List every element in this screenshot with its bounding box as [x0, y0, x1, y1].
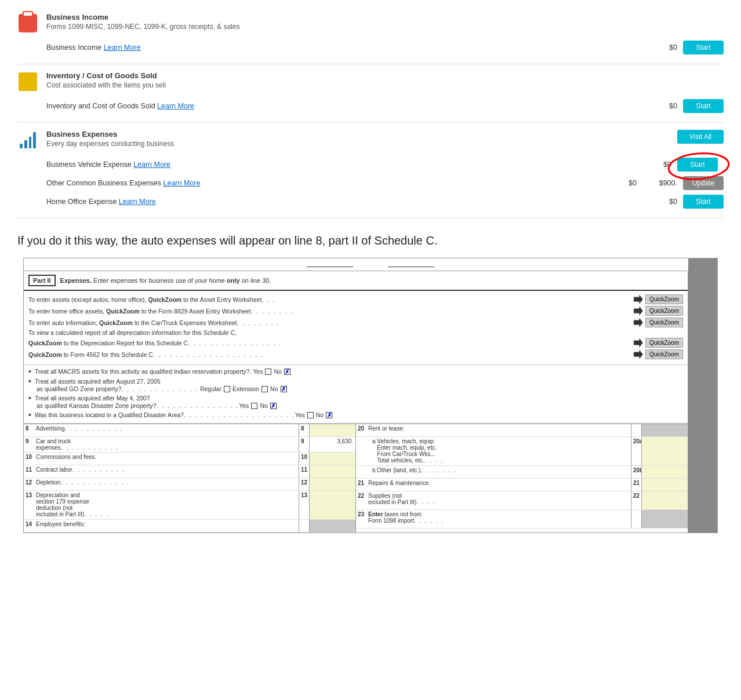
form-content-area: Part II Expenses. Enter expenses for bus…	[24, 271, 688, 533]
kansas-text-1: Treat all assets acquired after May 4, 2…	[35, 395, 150, 402]
right-col-20	[631, 424, 641, 436]
expenses-subtitle: Every day expenses conducting business	[46, 140, 669, 148]
income-line-label: Business Income Learn More	[46, 43, 625, 52]
cb-row-gozone: • Treat all assets acquired after August…	[28, 377, 683, 392]
right-value-20a[interactable]	[641, 437, 688, 465]
row-value-12[interactable]	[309, 478, 355, 490]
macrs-no-checkbox[interactable]: ✗	[284, 369, 290, 375]
grid-row-23: 23 Enter taxes not fromForm 1098 import.…	[356, 510, 688, 528]
gozone-no-label: No	[270, 385, 278, 392]
vehicle-expense-line-row: Business Vehicle Expense Learn More $0 S…	[17, 155, 724, 174]
qz-arrow-6	[634, 350, 643, 359]
row-value-9[interactable]: 3,630.	[309, 437, 355, 452]
right-value-20b[interactable]	[641, 466, 688, 478]
top-line-2	[388, 267, 434, 267]
qz-text-6: QuickZoom to Form 4562 for this Schedule…	[28, 351, 631, 358]
home-office-learn-more-link[interactable]: Learn More	[119, 198, 156, 206]
expenses-title-area: Business Expenses Every day expenses con…	[46, 130, 669, 148]
right-num-22: 22	[356, 491, 366, 509]
macrs-yes-checkbox[interactable]	[265, 369, 271, 375]
right-col-20a: 20a	[631, 437, 641, 465]
vehicle-start-button[interactable]: Start	[677, 158, 718, 172]
row-col-num-10: 10	[299, 453, 309, 465]
inventory-section: Inventory / Cost of Goods Sold Cost asso…	[17, 64, 724, 123]
qz-arrow-1	[634, 295, 643, 304]
inventory-start-button[interactable]: Start	[683, 99, 724, 113]
row-value-8[interactable]	[309, 424, 355, 436]
inventory-learn-more-link[interactable]: Learn More	[157, 102, 194, 110]
disaster-yes-checkbox[interactable]	[307, 412, 314, 418]
row-num-8: 8	[24, 424, 34, 436]
row-col-num-11: 11	[299, 465, 309, 477]
inventory-title: Inventory / Cost of Goods Sold	[46, 71, 724, 80]
gozone-no-checkbox[interactable]: ✗	[281, 386, 287, 392]
home-office-amount: $0	[631, 198, 677, 206]
qz-text-2: To enter home office assets, QuickZoom t…	[28, 308, 631, 315]
qz-btn-3[interactable]: QuickZoom	[645, 318, 683, 327]
qz-row-5: QuickZoom to the Depreciation Report for…	[28, 338, 683, 348]
inventory-title-area: Inventory / Cost of Goods Sold Cost asso…	[46, 71, 724, 89]
right-value-21[interactable]	[641, 479, 688, 491]
other-expenses-learn-more-link[interactable]: Learn More	[163, 179, 200, 187]
other-update-button[interactable]: Update	[683, 176, 724, 190]
gozone-extension-checkbox[interactable]	[261, 386, 268, 392]
part-ii-suffix: on line 30.	[242, 277, 271, 284]
row-num-11: 11	[24, 465, 34, 477]
right-label-20a: a Vehicles, mach, equip: Enter mach, equ…	[366, 437, 631, 465]
qz-btn-2[interactable]: QuickZoom	[645, 306, 683, 316]
home-office-start-button[interactable]: Start	[683, 195, 724, 209]
qz-btn-6[interactable]: QuickZoom	[645, 349, 683, 359]
right-num-21: 21	[356, 479, 366, 491]
kansas-no-label: No	[260, 402, 267, 409]
row-label-11: Contract labor. . . . . . . . . .	[34, 465, 299, 477]
cb-row-macrs: • Treat all MACRS assets for this activi…	[28, 367, 683, 375]
grid-row-20: 20 Rent or lease:	[356, 424, 688, 437]
row-col-num-13: 13	[299, 491, 309, 519]
grid-row-9: 9 Car and truckexpenses. . . . . . . . .…	[24, 437, 355, 453]
income-learn-more-link[interactable]: Learn More	[104, 43, 141, 52]
grid-row-8: 8 Advertising. . . . . . . . . . . 8	[24, 424, 355, 437]
inventory-line-label: Inventory and Cost of Goods Sold Learn M…	[46, 102, 625, 110]
grid-right: 20 Rent or lease: a Vehicles, mach, equi…	[356, 424, 688, 533]
bullet-gozone: •	[28, 377, 31, 385]
income-amount: $0	[631, 43, 677, 52]
qz-row-4: To view a calculated report of all depre…	[28, 329, 683, 336]
home-office-line-row: Home Office Expense Learn More $0 Start	[17, 192, 724, 211]
right-label-23: Enter taxes not fromForm 1098 import. . …	[366, 510, 631, 528]
row-value-10[interactable]	[309, 453, 355, 465]
grid-row-20a: a Vehicles, mach, equip: Enter mach, equ…	[356, 437, 688, 466]
row-num-9: 9	[24, 437, 34, 452]
row-num-12: 12	[24, 478, 34, 490]
kansas-yes-checkbox[interactable]	[251, 403, 257, 409]
grid-left: 8 Advertising. . . . . . . . . . . 8 9 C…	[24, 424, 356, 533]
gozone-text-1: Treat all assets acquired after August 2…	[35, 378, 161, 385]
gozone-extension-label: Extension	[233, 385, 259, 392]
business-income-section: Business Income Forms 1099-MISC, 1099-NE…	[17, 6, 724, 64]
form-top-lines	[24, 258, 717, 271]
kansas-no-checkbox[interactable]: ✗	[270, 403, 277, 409]
right-label-20: Rent or lease:	[366, 424, 631, 436]
cb-row-kansas-1: • Treat all assets acquired after May 4,…	[28, 394, 683, 402]
row-value-13[interactable]	[309, 491, 355, 519]
vehicle-learn-more-link[interactable]: Learn More	[133, 161, 170, 169]
disaster-no-label: No	[316, 411, 324, 418]
visit-all-button[interactable]: Visit All	[677, 130, 724, 144]
gozone-regular-checkbox[interactable]	[224, 386, 230, 392]
income-line-row: Business Income Learn More $0 Start	[17, 38, 724, 57]
explanation-text: If you do it this way, the auto expenses…	[17, 232, 724, 249]
income-title-area: Business Income Forms 1099-MISC, 1099-NE…	[46, 13, 724, 31]
right-num-20: 20	[356, 424, 366, 436]
right-value-23	[641, 510, 688, 528]
disaster-no-checkbox[interactable]: ✗	[326, 412, 332, 418]
qz-btn-1[interactable]: QuickZoom	[645, 294, 683, 304]
top-line-1	[307, 267, 353, 267]
income-start-button[interactable]: Start	[683, 41, 724, 54]
qz-btn-5[interactable]: QuickZoom	[645, 338, 683, 348]
right-value-22[interactable]	[641, 491, 688, 509]
row-value-11[interactable]	[309, 465, 355, 477]
right-col-22: 22	[631, 491, 641, 509]
grid-row-10: 10 Commissions and fees. 10	[24, 453, 355, 465]
kansas-text-2: as qualified Kansas Disaster Zone proper…	[37, 402, 249, 409]
grid-row-12: 12 Depletion. . . . . . . . . . . . . 12	[24, 478, 355, 491]
main-container: Business Income Forms 1099-MISC, 1099-NE…	[0, 0, 741, 545]
